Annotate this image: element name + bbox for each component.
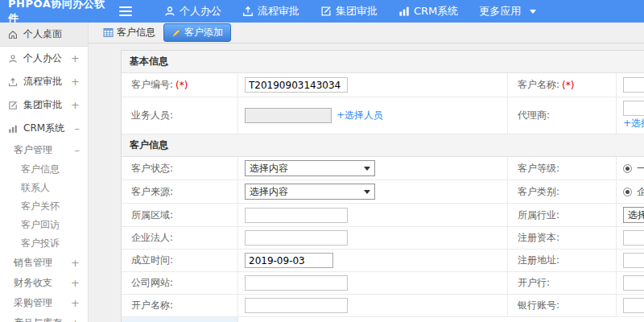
collapse-icon[interactable]: – (75, 122, 80, 134)
form-row: 所属区域: 所属行业: 选择内容 (122, 204, 644, 227)
sidebar-item-workflow-approval[interactable]: 流程审批 + (0, 70, 88, 93)
sidebar-item-contacts[interactable]: 联系人 (0, 179, 88, 197)
sidebar-item-label: 财务收支 (14, 276, 52, 290)
customer-source-select[interactable]: 选择内容 (245, 184, 375, 200)
expand-icon[interactable]: + (71, 52, 80, 64)
field-label: 企业法人: (122, 227, 238, 249)
registered-address-input[interactable] (623, 253, 644, 268)
legal-person-input[interactable] (245, 230, 348, 246)
industry-select[interactable]: 选择内容 (623, 207, 644, 223)
form-row: 成立时间: 注册地址: (122, 250, 644, 272)
company-website-input[interactable] (245, 275, 348, 291)
nav-more-apps[interactable]: 更多应用 (479, 4, 536, 19)
customer-number-input[interactable] (245, 77, 348, 93)
founded-date-input[interactable] (245, 253, 333, 268)
field-label: 开户名称: (122, 295, 238, 316)
nav-label: 个人办公 (180, 4, 221, 19)
sidebar-item-personal-office[interactable]: 个人办公 + (0, 47, 88, 70)
tab-customer-add[interactable]: 客户添加 (163, 23, 231, 42)
section-title-basic-info: 基本信息 (122, 51, 644, 73)
customer-add-form: 基本信息 客户编号:(*) 客户名称:(*) 业务人员: (121, 50, 644, 322)
expand-icon[interactable]: + (71, 317, 80, 322)
customer-status-select[interactable]: 选择内容 (245, 160, 375, 176)
pencil-icon (171, 28, 181, 38)
field-label: 所属区域: (122, 204, 238, 226)
expand-icon[interactable]: + (71, 99, 80, 111)
sidebar-item-customer-care[interactable]: 客户关怀 (0, 197, 88, 216)
form-row: 业务人员: +选择人员 代理商: +选择代理商 (122, 97, 644, 134)
salesperson-input[interactable] (245, 108, 332, 123)
sidebar-item-label: 客户关怀 (21, 200, 60, 212)
sidebar-item-crm-system[interactable]: CRM系统 – (0, 117, 88, 140)
top-navbar: PHPOA协同办公软件 个人办公 流程审批 集团审批 CRM系统 更多应用 (0, 0, 644, 23)
sidebar-item-label: 采购管理 (14, 296, 52, 310)
sidebar-item-finance[interactable]: 财务收支 + (0, 273, 88, 293)
tab-customer-info[interactable]: 客户信息 (98, 26, 160, 39)
expand-icon[interactable]: + (71, 277, 80, 289)
field-label: 业务人员: (122, 97, 238, 134)
bar-chart-icon (398, 6, 410, 17)
form-row: 开户名称: 银行账号: (122, 295, 644, 317)
radio-label: 一星 (637, 162, 644, 175)
sidebar-item-customer-management[interactable]: 客户管理 – (0, 140, 88, 160)
expand-icon[interactable]: + (71, 76, 80, 88)
region-input[interactable] (245, 208, 348, 223)
field-label: 客户状态: (122, 157, 238, 180)
sidebar-item-customer-info[interactable]: 客户信息 (0, 160, 88, 179)
sidebar-item-customer-followup[interactable]: 客户回访 (0, 216, 88, 234)
expand-icon[interactable]: + (71, 257, 80, 269)
form-row: 客户编号:(*) 客户名称:(*) (122, 73, 644, 97)
customer-category-radio[interactable] (623, 188, 632, 196)
registered-capital-input[interactable] (623, 230, 644, 246)
agent-input[interactable] (623, 101, 644, 116)
edit-square-icon (320, 6, 332, 17)
field-label: 客户编号:(*) (122, 73, 238, 97)
sidebar-item-label: 联系人 (21, 182, 50, 193)
collapse-icon[interactable]: – (75, 144, 80, 156)
chevron-down-icon (530, 10, 536, 14)
nav-workflow-approval[interactable]: 流程审批 (242, 4, 299, 19)
sidebar-item-purchase-management[interactable]: 采购管理 + (0, 293, 88, 313)
required-mark: (*) (562, 80, 574, 91)
sidebar-item-label: 客户投诉 (21, 237, 60, 249)
tab-label: 客户添加 (184, 26, 223, 39)
sidebar-item-sales-management[interactable]: 销售管理 + (0, 253, 88, 273)
sidebar-item-label: 产品与库存 (14, 316, 62, 322)
field-label: 开户行: (508, 272, 617, 294)
nav-label: 集团审批 (336, 4, 378, 19)
sidebar-item-label: 集团审批 (23, 98, 62, 112)
field-label: 成立时间: (122, 250, 238, 271)
sidebar-item-customer-complaint[interactable]: 客户投诉 (0, 234, 88, 253)
select-person-link[interactable]: +选择人员 (336, 109, 383, 122)
customer-name-input[interactable] (623, 77, 644, 93)
sidebar-item-label: 个人桌面 (23, 27, 62, 41)
sidebar-item-label: 客户回访 (21, 219, 60, 230)
nav-label: CRM系统 (414, 4, 458, 19)
sidebar-item-product-inventory[interactable]: 产品与库存 + (0, 313, 88, 322)
nav-group-approval[interactable]: 集团审批 (320, 4, 378, 19)
hamburger-menu-icon[interactable] (119, 6, 132, 16)
bank-account-input[interactable] (623, 298, 644, 313)
form-row: 公司网站: 开户行: (122, 272, 644, 295)
sidebar-item-desktop[interactable]: 个人桌面 (0, 23, 88, 47)
field-label: 注册地址: (508, 250, 617, 271)
form-row: 客户来源: 选择内容 客户类别: 企业 (122, 180, 644, 204)
field-label: 客户来源: (122, 180, 238, 203)
customer-level-radio[interactable] (623, 164, 632, 173)
main-content: 客户信息 客户添加 基本信息 客户编号:(*) 客户名称:(*) (89, 23, 644, 322)
nav-crm-system[interactable]: CRM系统 (398, 4, 458, 19)
sidebar-item-group-approval[interactable]: 集团审批 + (0, 93, 88, 117)
account-name-input[interactable] (245, 298, 348, 313)
expand-icon[interactable]: + (71, 297, 80, 309)
select-agent-link[interactable]: +选择代理商 (623, 117, 644, 130)
nav-personal-office[interactable]: 个人办公 (164, 4, 221, 19)
nav-label: 更多应用 (479, 4, 521, 19)
flow-upload-icon (242, 6, 254, 17)
chevron-down-icon (364, 167, 370, 171)
sidebar-item-label: 流程审批 (23, 75, 62, 89)
bank-branch-input[interactable] (623, 275, 644, 291)
nav-label: 流程审批 (258, 4, 299, 19)
sidebar-item-label: 客户信息 (21, 163, 60, 175)
field-label: 公司网站: (122, 272, 238, 294)
table-grid-icon (103, 27, 114, 38)
